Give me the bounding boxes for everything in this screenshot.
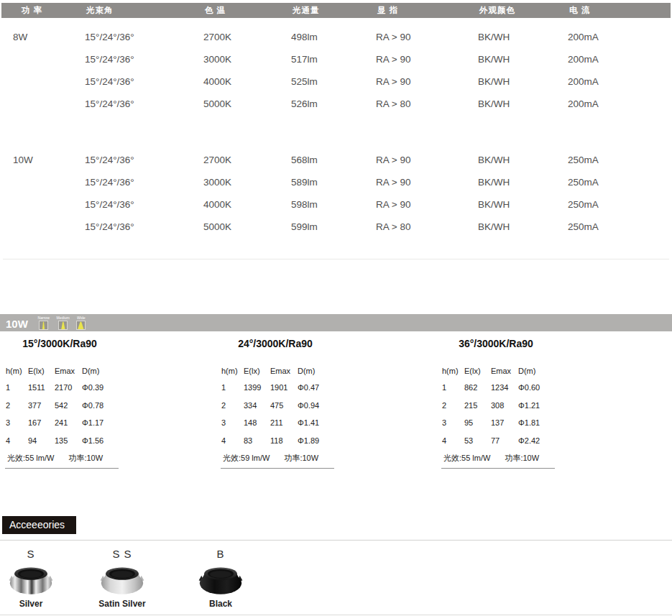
photometric-value: Φ0.60: [518, 379, 561, 397]
medium-beam-icon: [58, 321, 68, 330]
photometric-table: 36°/3000K/Ra90h(m)E(lx)EmaxD(m)18621234Φ…: [440, 338, 561, 469]
spec-group-8w: 8W15°/24°/36°2700K498lmRA > 90BK/WH200mA…: [0, 26, 672, 115]
power-label: 功率:10W: [284, 453, 318, 464]
photometric-col-header: h(m): [442, 363, 464, 379]
current-cell: 250mA: [568, 199, 672, 210]
cct-cell: 2700K: [203, 32, 291, 42]
cri-cell: RA > 80: [376, 98, 478, 109]
spec-row: 15°/24°/36°4000K598lmRA > 90BK/WH250mA: [0, 193, 672, 216]
photometric-value: 2: [221, 397, 244, 415]
photometric-value: 1234: [491, 379, 518, 397]
power-label: 功率:10W: [505, 453, 539, 464]
photometric-value: 137: [491, 414, 518, 432]
photometric-col-header: h(m): [6, 363, 28, 379]
beam-angle-cell: 15°/24°/36°: [85, 199, 203, 210]
flux-cell: 517lm: [291, 54, 376, 65]
cct-cell: 4000K: [203, 76, 291, 87]
accessory-name: Silver: [2, 599, 60, 609]
photometric-value: 377: [28, 397, 55, 415]
accessory-card-satin: S SSatin Silver: [93, 548, 151, 609]
finish-cell: BK/WH: [478, 76, 568, 87]
finish-cell: BK/WH: [478, 199, 568, 210]
beam-angle-cell: 15°/24°/36°: [85, 177, 203, 188]
flux-cell: 598lm: [291, 199, 376, 210]
current-cell: 200mA: [568, 32, 672, 42]
accessory-code: S: [2, 548, 60, 560]
photometric-footer: 光效:59 lm/W功率:10W: [221, 449, 334, 469]
cct-cell: 5000K: [203, 98, 291, 109]
photometric-value: Φ1.21: [518, 397, 561, 415]
photometric-table: 24°/3000K/Ra90h(m)E(lx)EmaxD(m)113991901…: [219, 338, 340, 469]
photometric-value: 211: [270, 414, 298, 432]
narrow-beam-icon: [39, 321, 48, 330]
photometric-footer: 光效:55 lm/W功率:10W: [5, 449, 119, 469]
photometric-value: 77: [491, 432, 518, 450]
spec-row: 15°/24°/36°3000K589lmRA > 90BK/WH250mA: [0, 171, 672, 193]
cct-header: 色 温: [203, 5, 291, 16]
photometric-value: Φ1.56: [82, 432, 124, 450]
photometric-value: 1511: [28, 379, 55, 397]
photometric-value: 862: [464, 379, 491, 397]
cri-cell: RA > 90: [376, 199, 478, 210]
photometric-value: 53: [464, 432, 491, 450]
cct-cell: 4000K: [203, 199, 291, 210]
photometric-value: 475: [270, 397, 298, 415]
accessory-code: B: [192, 548, 249, 560]
accessories-title-label: Acceeeories: [9, 519, 65, 530]
photometric-table-title: 36°/3000K/Ra90: [440, 338, 561, 351]
silver-ring-image: [9, 562, 53, 595]
photometric-col-header: D(m): [82, 363, 124, 379]
cri-cell: RA > 90: [376, 54, 478, 65]
accessory-card-silver: SSilver: [2, 548, 60, 609]
accessories-divider: [0, 540, 672, 541]
finish-cell: BK/WH: [478, 54, 568, 65]
photometric-value: Φ1.89: [298, 432, 340, 450]
finish-cell: BK/WH: [478, 32, 568, 42]
photometric-power-label: 10W: [6, 318, 28, 329]
photometric-value: 1: [6, 379, 28, 397]
photometric-value: 95: [464, 414, 491, 432]
current-cell: 200mA: [568, 98, 672, 109]
current-cell: 200mA: [568, 76, 672, 87]
efficacy-label: 光效:55 lm/W: [7, 453, 54, 464]
black-ring-image: [198, 562, 243, 595]
finish-cell: BK/WH: [478, 155, 568, 165]
photometric-grid: h(m)E(lx)EmaxD(m)18621234Φ0.602215308Φ1.…: [440, 363, 561, 449]
cct-cell: 3000K: [203, 177, 291, 188]
current-cell: 250mA: [568, 221, 672, 232]
spec-group-10w: 10W15°/24°/36°2700K568lmRA > 90BK/WH250m…: [0, 149, 672, 238]
flux-header: 光通量: [291, 5, 376, 16]
current-cell: 250mA: [568, 177, 672, 188]
photometric-grid: h(m)E(lx)EmaxD(m)113991901Φ0.472334475Φ0…: [219, 363, 340, 449]
photometric-table-title: 15°/3000K/Ra90: [4, 338, 124, 351]
spec-row: 15°/24°/36°5000K599lmRA > 80BK/WH250mA: [0, 216, 672, 238]
accessory-name: Black: [192, 599, 249, 609]
cct-cell: 2700K: [203, 155, 291, 165]
accessories-title: Acceeeories: [2, 516, 76, 534]
power-cell: 8W: [13, 32, 85, 42]
photometric-value: 334: [244, 397, 270, 415]
spec-row: 15°/24°/36°4000K525lmRA > 90BK/WH200mA: [0, 70, 672, 93]
beam-angle-header: 光束角: [85, 5, 203, 16]
photometric-value: 1: [221, 379, 244, 397]
photometric-table: 15°/3000K/Ra90h(m)E(lx)EmaxD(m)115112170…: [4, 338, 124, 469]
finish-cell: BK/WH: [478, 177, 568, 188]
photometric-value: 1399: [244, 379, 270, 397]
flux-cell: 525lm: [291, 76, 376, 87]
photometric-value: 3: [442, 414, 464, 432]
cri-header: 显 指: [376, 5, 478, 16]
photometric-value: 167: [28, 414, 55, 432]
beam-angle-cell: 15°/24°/36°: [85, 98, 203, 109]
photometric-col-header: D(m): [518, 363, 561, 379]
photometric-col-header: Emax: [491, 363, 518, 379]
photometric-value: 135: [55, 432, 82, 450]
beam-angle-cell: 15°/24°/36°: [85, 32, 203, 42]
beam-icon-group-wide: Wide: [76, 316, 86, 330]
cct-cell: 3000K: [203, 54, 291, 65]
photometric-value: 1: [442, 379, 464, 397]
accessory-card-black: BBlack: [192, 548, 249, 609]
flux-cell: 498lm: [291, 32, 376, 42]
power-header: 功 率: [14, 5, 85, 16]
photometric-col-header: h(m): [221, 363, 244, 379]
current-cell: 250mA: [568, 155, 672, 165]
